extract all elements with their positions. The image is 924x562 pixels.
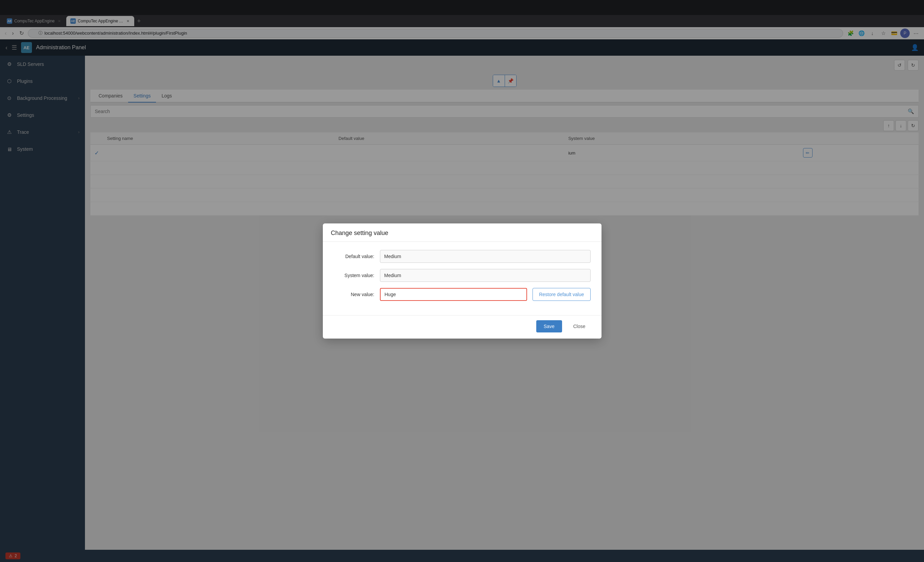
new-value-label: New value: [334, 292, 375, 297]
form-row-default: Default value: [334, 250, 591, 263]
form-row-system: System value: [334, 269, 591, 282]
modal-footer: Save Close [323, 315, 602, 339]
modal-body: Default value: System value: New value: … [323, 242, 602, 315]
default-value-label: Default value: [334, 254, 375, 259]
modal-title: Change setting value [323, 223, 602, 242]
modal-overlay: Change setting value Default value: Syst… [0, 0, 924, 562]
form-row-new-value: New value: Restore default value [334, 288, 591, 301]
default-value-input[interactable] [380, 250, 591, 263]
system-value-label: System value: [334, 273, 375, 278]
close-button[interactable]: Close [566, 320, 593, 332]
restore-default-button[interactable]: Restore default value [532, 288, 590, 301]
system-value-input[interactable] [380, 269, 591, 282]
save-button[interactable]: Save [536, 320, 562, 332]
new-value-input[interactable] [380, 288, 527, 301]
change-setting-modal: Change setting value Default value: Syst… [323, 223, 602, 339]
